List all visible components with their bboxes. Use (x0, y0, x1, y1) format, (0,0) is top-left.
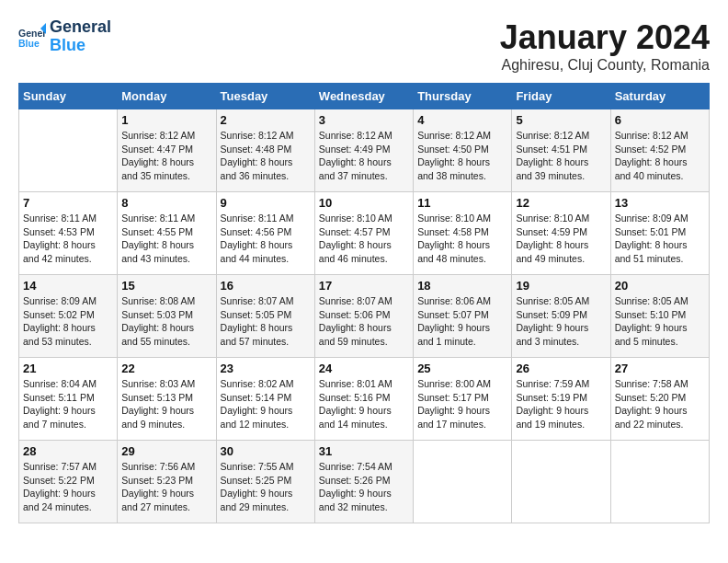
calendar-cell (610, 441, 709, 523)
calendar-cell: 28Sunrise: 7:57 AM Sunset: 5:22 PM Dayli… (19, 441, 118, 523)
day-number: 24 (319, 362, 409, 375)
weekday-header: Wednesday (314, 84, 413, 109)
day-number: 4 (417, 113, 507, 127)
day-info: Sunrise: 7:57 AM Sunset: 5:22 PM Dayligh… (23, 460, 113, 514)
day-number: 13 (615, 196, 705, 210)
day-info: Sunrise: 8:05 AM Sunset: 5:10 PM Dayligh… (615, 294, 705, 349)
calendar-week-row: 1Sunrise: 8:12 AM Sunset: 4:47 PM Daylig… (19, 109, 710, 192)
day-number: 20 (615, 279, 705, 293)
day-info: Sunrise: 8:09 AM Sunset: 5:02 PM Dayligh… (23, 294, 113, 349)
logo-text-line1: General (50, 18, 111, 37)
calendar-cell: 9Sunrise: 8:11 AM Sunset: 4:56 PM Daylig… (216, 192, 314, 275)
day-info: Sunrise: 7:54 AM Sunset: 5:26 PM Dayligh… (319, 460, 409, 514)
calendar-cell: 17Sunrise: 8:07 AM Sunset: 5:06 PM Dayli… (314, 275, 413, 358)
day-number: 19 (516, 279, 606, 293)
calendar-cell: 18Sunrise: 8:06 AM Sunset: 5:07 PM Dayli… (414, 275, 512, 358)
calendar-cell: 27Sunrise: 7:58 AM Sunset: 5:20 PM Dayli… (610, 358, 709, 441)
weekday-header: Tuesday (216, 84, 314, 109)
calendar-cell: 24Sunrise: 8:01 AM Sunset: 5:16 PM Dayli… (314, 358, 413, 441)
day-number: 26 (516, 362, 606, 375)
day-number: 10 (319, 196, 409, 210)
calendar-week-row: 21Sunrise: 8:04 AM Sunset: 5:11 PM Dayli… (19, 358, 710, 441)
calendar-cell: 20Sunrise: 8:05 AM Sunset: 5:10 PM Dayli… (610, 275, 709, 358)
page-header: General Blue General Blue January 2024 A… (18, 18, 710, 74)
calendar-cell: 10Sunrise: 8:10 AM Sunset: 4:57 PM Dayli… (314, 192, 413, 275)
calendar-cell: 31Sunrise: 7:54 AM Sunset: 5:26 PM Dayli… (314, 441, 413, 523)
day-number: 30 (221, 444, 311, 458)
day-info: Sunrise: 8:08 AM Sunset: 5:03 PM Dayligh… (121, 294, 211, 349)
logo: General Blue General Blue (18, 18, 111, 55)
calendar-cell: 25Sunrise: 8:00 AM Sunset: 5:17 PM Dayli… (414, 358, 512, 441)
day-info: Sunrise: 8:04 AM Sunset: 5:11 PM Dayligh… (23, 377, 113, 431)
day-number: 1 (121, 113, 211, 127)
day-info: Sunrise: 8:06 AM Sunset: 5:07 PM Dayligh… (417, 294, 507, 349)
day-info: Sunrise: 7:56 AM Sunset: 5:23 PM Dayligh… (121, 460, 211, 514)
calendar-week-row: 28Sunrise: 7:57 AM Sunset: 5:22 PM Dayli… (19, 441, 710, 523)
calendar-cell: 16Sunrise: 8:07 AM Sunset: 5:05 PM Dayli… (216, 275, 314, 358)
day-number: 27 (615, 362, 705, 375)
day-info: Sunrise: 7:55 AM Sunset: 5:25 PM Dayligh… (221, 460, 311, 514)
weekday-header: Sunday (19, 84, 118, 109)
calendar-cell: 14Sunrise: 8:09 AM Sunset: 5:02 PM Dayli… (19, 275, 118, 358)
day-number: 6 (615, 113, 705, 127)
day-number: 22 (121, 362, 211, 375)
day-info: Sunrise: 8:05 AM Sunset: 5:09 PM Dayligh… (516, 294, 606, 349)
calendar-cell: 19Sunrise: 8:05 AM Sunset: 5:09 PM Dayli… (512, 275, 610, 358)
day-info: Sunrise: 8:02 AM Sunset: 5:14 PM Dayligh… (221, 377, 311, 431)
calendar-cell: 1Sunrise: 8:12 AM Sunset: 4:47 PM Daylig… (118, 109, 216, 192)
day-number: 25 (417, 362, 507, 375)
day-info: Sunrise: 8:01 AM Sunset: 5:16 PM Dayligh… (319, 377, 409, 431)
day-number: 15 (121, 279, 211, 293)
day-info: Sunrise: 8:12 AM Sunset: 4:47 PM Dayligh… (121, 129, 211, 183)
day-info: Sunrise: 8:12 AM Sunset: 4:51 PM Dayligh… (516, 129, 606, 183)
calendar-cell: 26Sunrise: 7:59 AM Sunset: 5:19 PM Dayli… (512, 358, 610, 441)
day-number: 2 (221, 113, 311, 127)
day-info: Sunrise: 8:11 AM Sunset: 4:53 PM Dayligh… (23, 212, 113, 266)
day-number: 8 (121, 196, 211, 210)
day-info: Sunrise: 8:03 AM Sunset: 5:13 PM Dayligh… (121, 377, 211, 431)
calendar-table: SundayMondayTuesdayWednesdayThursdayFrid… (18, 83, 710, 523)
weekday-header: Friday (512, 84, 610, 109)
day-info: Sunrise: 8:09 AM Sunset: 5:01 PM Dayligh… (615, 212, 705, 266)
calendar-cell: 30Sunrise: 7:55 AM Sunset: 5:25 PM Dayli… (216, 441, 314, 523)
day-info: Sunrise: 8:10 AM Sunset: 4:58 PM Dayligh… (417, 212, 507, 266)
day-info: Sunrise: 7:59 AM Sunset: 5:19 PM Dayligh… (516, 377, 606, 431)
day-number: 23 (221, 362, 311, 375)
day-number: 7 (23, 196, 113, 210)
calendar-cell: 22Sunrise: 8:03 AM Sunset: 5:13 PM Dayli… (118, 358, 216, 441)
weekday-header: Saturday (610, 84, 709, 109)
calendar-cell: 4Sunrise: 8:12 AM Sunset: 4:50 PM Daylig… (414, 109, 512, 192)
month-title: January 2024 (500, 18, 710, 57)
calendar-cell: 6Sunrise: 8:12 AM Sunset: 4:52 PM Daylig… (610, 109, 709, 192)
calendar-cell: 15Sunrise: 8:08 AM Sunset: 5:03 PM Dayli… (118, 275, 216, 358)
calendar-cell: 13Sunrise: 8:09 AM Sunset: 5:01 PM Dayli… (610, 192, 709, 275)
calendar-cell: 3Sunrise: 8:12 AM Sunset: 4:49 PM Daylig… (314, 109, 413, 192)
logo-icon: General Blue (18, 23, 46, 51)
day-info: Sunrise: 8:00 AM Sunset: 5:17 PM Dayligh… (417, 377, 507, 431)
day-info: Sunrise: 8:07 AM Sunset: 5:06 PM Dayligh… (319, 294, 409, 349)
day-number: 16 (221, 279, 311, 293)
day-number: 17 (319, 279, 409, 293)
calendar-cell: 23Sunrise: 8:02 AM Sunset: 5:14 PM Dayli… (216, 358, 314, 441)
calendar-cell: 29Sunrise: 7:56 AM Sunset: 5:23 PM Dayli… (118, 441, 216, 523)
weekday-header: Thursday (414, 84, 512, 109)
day-info: Sunrise: 8:12 AM Sunset: 4:48 PM Dayligh… (221, 129, 311, 183)
calendar-cell: 8Sunrise: 8:11 AM Sunset: 4:55 PM Daylig… (118, 192, 216, 275)
day-info: Sunrise: 8:12 AM Sunset: 4:52 PM Dayligh… (615, 129, 705, 183)
day-number: 29 (121, 444, 211, 458)
day-number: 12 (516, 196, 606, 210)
day-info: Sunrise: 8:11 AM Sunset: 4:56 PM Dayligh… (221, 212, 311, 266)
day-info: Sunrise: 8:12 AM Sunset: 4:50 PM Dayligh… (417, 129, 507, 183)
day-number: 21 (23, 362, 113, 375)
location-subtitle: Aghiresu, Cluj County, Romania (500, 57, 710, 74)
calendar-cell (414, 441, 512, 523)
calendar-cell (512, 441, 610, 523)
calendar-cell: 2Sunrise: 8:12 AM Sunset: 4:48 PM Daylig… (216, 109, 314, 192)
calendar-header-row: SundayMondayTuesdayWednesdayThursdayFrid… (19, 84, 710, 109)
svg-text:Blue: Blue (18, 37, 40, 48)
day-info: Sunrise: 8:12 AM Sunset: 4:49 PM Dayligh… (319, 129, 409, 183)
day-number: 28 (23, 444, 113, 458)
calendar-cell: 12Sunrise: 8:10 AM Sunset: 4:59 PM Dayli… (512, 192, 610, 275)
day-number: 5 (516, 113, 606, 127)
day-info: Sunrise: 8:07 AM Sunset: 5:05 PM Dayligh… (221, 294, 311, 349)
